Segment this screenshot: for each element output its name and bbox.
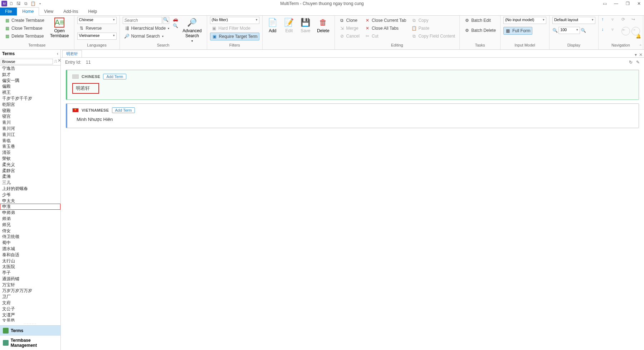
term-item[interactable]: 太医院 <box>0 264 60 270</box>
normal-search-button[interactable]: 🔎Normal Search▾ <box>123 33 171 40</box>
nav-filter-icon[interactable]: ▿ <box>611 17 620 25</box>
cut-button[interactable]: ✂Cut <box>363 33 408 40</box>
full-form-button[interactable]: ▦Full Form <box>503 27 532 35</box>
edit-entry-button[interactable]: 📝Edit <box>282 17 296 34</box>
batch-edit-button[interactable]: ⚙Batch Edit <box>463 17 497 24</box>
new-doc-icon[interactable]: 🗋 <box>9 1 14 6</box>
qat-more-icon[interactable]: ▾ <box>37 1 43 6</box>
save-icon[interactable]: 🖫 <box>16 1 21 6</box>
target-lang-select[interactable]: Vietnamese <box>77 33 117 40</box>
term-item[interactable]: 师兄 <box>0 222 60 228</box>
batch-delete-button[interactable]: ⚙Batch Delete <box>463 27 497 34</box>
hierarchical-mode-button[interactable]: ⇶Hierarchical Mode▾ <box>123 25 171 32</box>
copy-icon[interactable]: ⧉ <box>23 1 29 6</box>
layout-select[interactable]: Default layout <box>552 17 595 24</box>
minimize-icon[interactable]: — <box>613 1 620 6</box>
zoom-in-icon[interactable]: 🔍 <box>581 28 586 33</box>
paste-icon[interactable]: 📋 <box>30 1 36 6</box>
add-entry-button[interactable]: 📄Add <box>265 17 280 34</box>
restore-icon[interactable]: ❐ <box>624 1 631 6</box>
tab-close-icon[interactable]: ✕ <box>639 52 643 57</box>
splitter[interactable]: ∙∙∙∙∙∙∙∙ <box>0 322 60 325</box>
term-item[interactable]: 少爷 <box>0 192 60 198</box>
term-item[interactable]: 卫厂 <box>0 294 60 300</box>
cancel-button[interactable]: ⊘Cancel <box>338 33 361 40</box>
term-item[interactable]: 万宝轩 <box>0 282 60 288</box>
term-item[interactable]: 太行山 <box>0 258 60 264</box>
term-item[interactable]: 偏殿 <box>0 83 60 89</box>
pin-icon[interactable]: ⎍ <box>54 58 58 65</box>
zoom-select[interactable]: 100 <box>558 27 580 34</box>
term-item[interactable]: 青川河 <box>0 126 60 132</box>
term-item[interactable]: 千岁千岁千千岁 <box>0 96 60 102</box>
copy-field-button[interactable]: ⧉Copy Field Content <box>410 33 457 40</box>
merge-button[interactable]: ⇲Merge <box>338 25 361 32</box>
term-vietnamese-value[interactable]: Minh Nhược Hiên <box>72 117 634 122</box>
term-item[interactable]: 泰和自适 <box>0 252 60 258</box>
term-item[interactable]: 上好的碧螺春 <box>0 186 60 192</box>
filter-select[interactable]: (No filter) <box>210 17 259 24</box>
nav-up-icon[interactable]: ↑ <box>601 17 610 25</box>
term-item[interactable]: 青川江 <box>0 132 60 138</box>
term-chinese-value[interactable]: 明若轩 <box>72 83 99 94</box>
term-item[interactable]: 侍女 <box>0 228 60 234</box>
tab-menu-icon[interactable]: ▾ <box>635 52 637 57</box>
term-item[interactable]: 师弟 <box>0 216 60 222</box>
term-item[interactable]: 寝宫 <box>0 113 60 120</box>
ribbon-collapse-icon[interactable]: ⌃ <box>639 44 642 48</box>
term-item[interactable]: 宁逸浩 <box>0 65 60 72</box>
search-go-icon[interactable]: 🔍 <box>163 17 169 24</box>
term-item[interactable]: 文府 <box>0 300 60 306</box>
tab-home[interactable]: Home <box>17 7 39 16</box>
term-item[interactable]: 柔漪 <box>0 174 60 180</box>
term-item[interactable]: 青临 <box>0 138 60 144</box>
nav-forward-icon[interactable]: ↪ <box>631 17 640 25</box>
term-item[interactable]: 三儿 <box>0 180 60 186</box>
tab-help[interactable]: Help <box>83 8 102 15</box>
add-term-vietnamese-button[interactable]: Add Term <box>112 107 135 113</box>
term-item[interactable]: 亭子 <box>0 270 60 276</box>
paste-button[interactable]: 📋Paste <box>410 25 457 32</box>
fuzzy-search-icon[interactable]: 🚗 <box>173 17 178 22</box>
sidebar-collapse-icon[interactable]: ‹ <box>57 51 58 56</box>
ribbon-display-icon[interactable]: ▭ <box>601 1 608 6</box>
term-item[interactable]: 通源药铺 <box>0 276 60 282</box>
term-item[interactable]: 清茶 <box>0 150 60 156</box>
term-item[interactable]: 申淮 <box>0 204 60 210</box>
require-target-button[interactable]: ▣Require Target Term <box>210 33 259 40</box>
term-item[interactable]: 奴才 <box>0 72 60 78</box>
add-term-chinese-button[interactable]: Add Term <box>103 74 126 79</box>
delete-entry-button[interactable]: 🗑Delete <box>315 17 332 34</box>
nav-filter2-icon[interactable]: ▿ <box>611 27 620 35</box>
zoom-out-icon[interactable]: 🔍 <box>552 28 558 33</box>
term-item[interactable]: 万岁万岁万万岁 <box>0 288 60 294</box>
close-current-tab-button[interactable]: ✕Close Current Tab <box>363 17 408 24</box>
term-item[interactable]: 青川 <box>0 120 60 126</box>
notification-bell-icon[interactable]: 🔔 <box>636 34 641 39</box>
term-list[interactable]: 宁逸浩奴才偏安一隅偏殿祺王千岁千岁千千岁乾阳宫寝殿寝宫青川青川河青川江青临青玉巷… <box>0 65 60 322</box>
term-item[interactable]: 泗水城 <box>0 246 60 252</box>
tab-file[interactable]: File <box>0 8 17 15</box>
terms-search-input[interactable] <box>1 59 53 64</box>
term-item[interactable]: 蜀中 <box>0 240 60 246</box>
nav-refresh-icon[interactable]: ⟳ <box>621 17 630 25</box>
term-item[interactable]: 柔光义 <box>0 162 60 168</box>
clone-button[interactable]: ⧉Clone <box>338 17 361 24</box>
term-item[interactable]: 柔静宫 <box>0 168 60 174</box>
close-all-tabs-button[interactable]: ✕Close All Tabs <box>363 25 408 32</box>
save-entry-button[interactable]: 💾Save <box>298 17 313 34</box>
delete-termbase-button[interactable]: ▦Delete Termbase <box>3 33 46 40</box>
input-model-select[interactable]: (No input model) <box>503 17 546 24</box>
hard-filter-button[interactable]: ▣Hard Filter Mode <box>210 25 259 32</box>
term-item[interactable]: 偏安一隅 <box>0 78 60 84</box>
history-icon[interactable]: ↻ <box>629 60 633 65</box>
wildcard-search-icon[interactable]: 🔍 <box>173 23 178 28</box>
edit-icon[interactable]: ✎ <box>636 60 640 65</box>
tab-addins[interactable]: Add-Ins <box>58 8 83 15</box>
nav-termbase-management[interactable]: Termbase Management <box>0 336 60 350</box>
term-item[interactable]: 申师弟 <box>0 210 60 216</box>
nav-terms[interactable]: Terms <box>0 326 60 336</box>
nav-down-icon[interactable]: ↓ <box>601 27 610 35</box>
entry-tab[interactable]: 明若轩 <box>62 50 82 57</box>
term-item[interactable]: 寝殿 <box>0 108 60 114</box>
